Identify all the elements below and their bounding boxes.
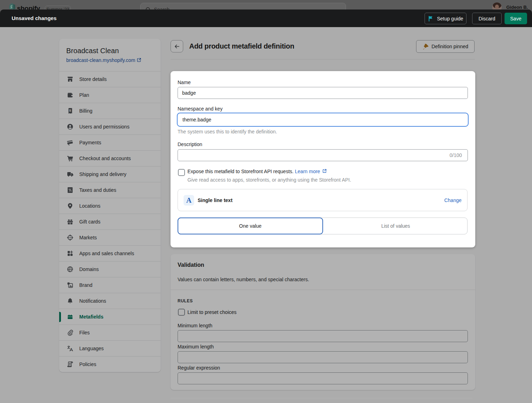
svg-text:$: $ (69, 108, 71, 112)
svg-text:A: A (70, 347, 73, 352)
